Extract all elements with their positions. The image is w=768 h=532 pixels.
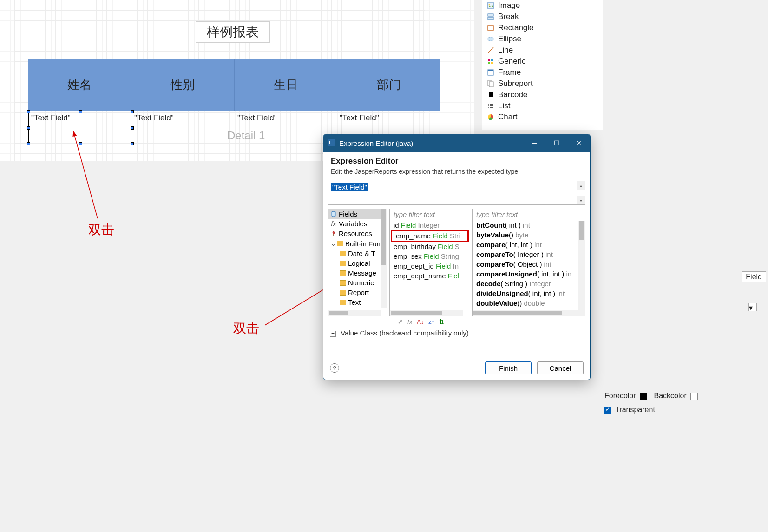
filter-input[interactable]: type filter text [473, 209, 585, 220]
method-row[interactable]: doubleValue() double [473, 298, 585, 308]
svg-point-7 [488, 37, 493, 41]
scrollbar[interactable] [390, 310, 463, 316]
tree-child[interactable]: Report [338, 288, 387, 297]
scrollbar-thumb[interactable] [329, 311, 348, 315]
text-field[interactable]: "Text Field" [134, 113, 174, 125]
dialog-titlebar[interactable]: Expression Editor (java) ─ ☐ ✕ [323, 134, 590, 152]
finish-button[interactable]: Finish [485, 361, 532, 374]
cancel-button[interactable]: Cancel [537, 361, 584, 374]
scrollbar[interactable] [578, 221, 585, 316]
tool-icon[interactable]: z↑ [428, 318, 434, 325]
palette-item-image[interactable]: Image [482, 0, 603, 11]
tree-child[interactable]: Text [338, 297, 387, 307]
tree-variables[interactable]: fxVariables [328, 219, 387, 229]
method-row[interactable]: byteValue() byte [473, 230, 585, 240]
palette-item-subreport[interactable]: Subreport [482, 78, 603, 89]
tool-icon[interactable]: A↓ [417, 318, 424, 325]
dropdown-button[interactable]: ▾ [748, 303, 757, 311]
tree-child[interactable]: Numeric [338, 278, 387, 288]
methods-list[interactable]: type filter text bitCount( int ) intbyte… [472, 209, 585, 316]
palette-item-chart[interactable]: Chart [482, 112, 603, 123]
expression-textarea[interactable]: "Text Field" ▴ ▾ [328, 181, 585, 205]
tool-icon[interactable]: fx [407, 318, 412, 325]
forecolor-swatch[interactable] [640, 393, 647, 400]
field-row[interactable]: id Field Integer [390, 220, 470, 230]
expression-editor-dialog: Expression Editor (java) ─ ☐ ✕ Expressio… [323, 134, 591, 380]
scrollbar-thumb[interactable] [391, 311, 442, 315]
resize-handle[interactable] [131, 126, 134, 130]
field-row[interactable]: emp_dept_name Fiel [390, 271, 470, 281]
tree-child[interactable]: Date & T [338, 249, 387, 258]
tool-icon[interactable]: ⤢ [398, 318, 403, 325]
palette-item-barcode[interactable]: Barcode [482, 89, 603, 100]
method-row[interactable]: divideUnsigned( int, int ) int [473, 289, 585, 298]
method-row[interactable]: bitCount( int ) int [473, 220, 585, 230]
header-cell[interactable]: 生日 [235, 59, 338, 111]
scrollbar[interactable] [381, 209, 387, 308]
field-row[interactable]: emp_name Field Stri [391, 230, 469, 242]
palette-item-frame[interactable]: Frame [482, 67, 603, 78]
svg-point-24 [488, 105, 489, 106]
transparent-checkbox[interactable] [604, 407, 611, 414]
resize-handle[interactable] [79, 110, 82, 113]
text-field[interactable]: "Text Field" [237, 113, 277, 125]
text-field[interactable]: "Text Field" [340, 113, 379, 125]
minimize-button[interactable]: ─ [523, 134, 545, 152]
scrollbar-thumb[interactable] [381, 209, 386, 265]
filter-input[interactable]: type filter text [390, 209, 470, 220]
value-class-section[interactable]: + Value Class (backward compatibility on… [323, 325, 590, 341]
scrollbar[interactable] [328, 310, 381, 316]
scroll-down-button[interactable]: ▾ [577, 196, 585, 204]
method-row[interactable]: decode( String ) Integer [473, 279, 585, 289]
palette-item-ellipse[interactable]: Ellipse [482, 33, 603, 45]
resize-handle[interactable] [79, 142, 82, 145]
palette-item-line[interactable]: Line [482, 45, 603, 56]
method-row[interactable]: compare( int, int ) int [473, 240, 585, 250]
fields-list[interactable]: type filter text id Field Integeremp_nam… [389, 209, 470, 316]
scrollbar-thumb[interactable] [579, 221, 584, 240]
palette-item-generic[interactable]: Generic [482, 56, 603, 67]
resize-handle[interactable] [131, 110, 134, 113]
scrollbar[interactable] [473, 310, 578, 316]
palette-item-rectangle[interactable]: Rectangle [482, 22, 603, 33]
field-row[interactable]: emp_dept_id Field In [390, 261, 470, 271]
maximize-button[interactable]: ☐ [545, 134, 568, 152]
scrollbar-thumb[interactable] [473, 311, 562, 315]
tree-child[interactable]: Message [338, 268, 387, 278]
expand-icon[interactable]: ⌄ [330, 239, 335, 248]
selection-outline[interactable] [28, 112, 132, 144]
help-button[interactable]: ? [330, 363, 339, 373]
expand-icon[interactable]: + [330, 331, 336, 337]
close-button[interactable]: ✕ [568, 134, 590, 152]
resize-handle[interactable] [27, 142, 30, 145]
tree-label: Resources [339, 230, 372, 237]
column-header-band[interactable]: 姓名 性别 生日 部门 [28, 59, 440, 111]
palette-label: Image [498, 1, 520, 10]
tree-label: Message [348, 269, 376, 277]
report-title[interactable]: 样例报表 [196, 21, 270, 43]
method-row[interactable]: compareTo( Object ) int [473, 259, 585, 269]
header-cell[interactable]: 姓名 [28, 59, 131, 111]
backcolor-swatch[interactable] [690, 393, 698, 400]
resize-handle[interactable] [27, 126, 30, 130]
header-cell[interactable]: 性别 [131, 59, 235, 111]
tree-resources[interactable]: Resources [328, 229, 387, 238]
tool-icon[interactable]: ⇅ [439, 318, 444, 325]
category-tree[interactable]: Fields fxVariables Resources ⌄Built-in F… [328, 209, 387, 316]
header-cell[interactable]: 部门 [337, 59, 440, 111]
resize-handle[interactable] [131, 142, 134, 145]
field-row[interactable]: emp_sex Field String [390, 251, 470, 261]
palette-item-list[interactable]: List [482, 100, 603, 112]
palette-item-break[interactable]: Break [482, 11, 603, 22]
method-row[interactable]: compareUnsigned( int, int ) in [473, 269, 585, 279]
svg-rect-2 [487, 3, 494, 8]
tree-builtin[interactable]: ⌄Built-in Fun [328, 238, 387, 249]
tree-child[interactable]: Logical [338, 258, 387, 268]
palette-label: Chart [498, 112, 518, 122]
method-row[interactable]: compareTo( Integer ) int [473, 250, 585, 259]
resize-handle[interactable] [27, 110, 30, 113]
palette-label: Break [498, 12, 519, 21]
tree-fields[interactable]: Fields [328, 209, 387, 219]
scroll-up-button[interactable]: ▴ [577, 181, 585, 190]
field-row[interactable]: emp_birthday Field S [390, 242, 470, 251]
